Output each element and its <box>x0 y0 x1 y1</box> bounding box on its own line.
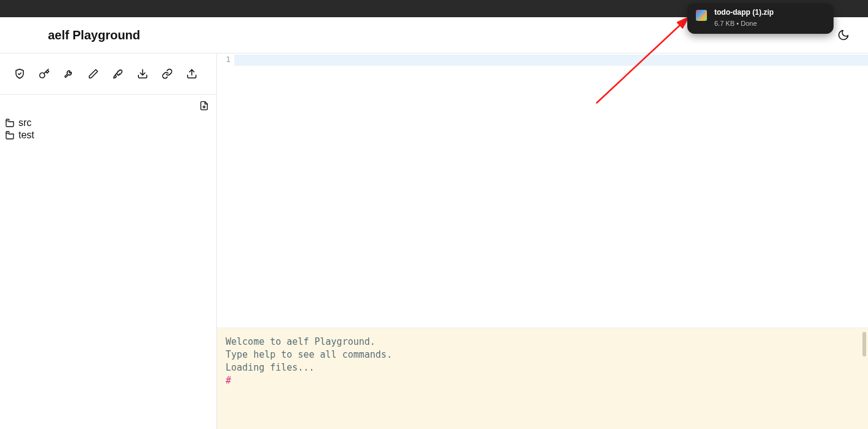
link-icon <box>162 68 173 79</box>
terminal-line: Loading files... <box>226 361 859 374</box>
moon-icon <box>837 29 850 41</box>
terminal-scrollbar[interactable] <box>862 332 866 356</box>
terminal-panel[interactable]: Welcome to aelf Playground. Type help to… <box>217 328 868 429</box>
line-number: 1 <box>217 55 231 64</box>
file-explorer: src test <box>0 95 216 429</box>
shield-icon <box>14 68 25 79</box>
active-line[interactable] <box>234 55 868 66</box>
terminal-line: Welcome to aelf Playground. <box>226 336 859 348</box>
rocket-button[interactable] <box>112 68 124 80</box>
key-icon <box>39 68 50 79</box>
terminal-line: Type help to see all commands. <box>226 348 859 361</box>
editor-column: 1 Welcome to aelf Playground. Type help … <box>217 53 868 429</box>
code-editor[interactable]: 1 <box>217 53 868 328</box>
download-filename: todo-dapp (1).zip <box>714 8 774 18</box>
sidebar-toolbar <box>0 53 216 95</box>
code-area[interactable] <box>234 53 868 328</box>
theme-toggle-button[interactable] <box>836 28 851 42</box>
download-text: todo-dapp (1).zip 6.7 KB • Done <box>714 8 774 28</box>
archive-icon <box>696 10 707 21</box>
wrench-button[interactable] <box>63 68 75 80</box>
shield-button[interactable] <box>14 68 26 80</box>
pencil-icon <box>88 68 99 79</box>
folder-label: src <box>18 117 31 128</box>
folder-src[interactable]: src <box>5 117 216 129</box>
download-notification[interactable]: todo-dapp (1).zip 6.7 KB • Done <box>687 3 834 34</box>
wrench-icon <box>63 68 74 79</box>
sidebar: src test <box>0 53 217 429</box>
upload-button[interactable] <box>186 68 198 80</box>
download-button[interactable] <box>136 68 149 80</box>
download-meta: 6.7 KB • Done <box>714 19 774 28</box>
folder-label: test <box>18 130 34 141</box>
download-icon <box>137 68 148 79</box>
key-button[interactable] <box>38 68 50 80</box>
link-button[interactable] <box>161 68 173 80</box>
file-plus-icon <box>199 101 209 111</box>
new-file-button[interactable] <box>198 100 210 112</box>
folder-icon <box>5 118 15 128</box>
folder-test[interactable]: test <box>5 129 216 141</box>
rocket-icon <box>112 68 124 79</box>
upload-icon <box>186 68 197 79</box>
folder-icon <box>5 130 15 140</box>
editor-gutter: 1 <box>217 53 234 328</box>
main-area: src test 1 Welcome to aelf Playground. T… <box>0 53 868 429</box>
file-tree: src test <box>0 117 216 141</box>
app-title: aelf Playground <box>48 28 140 42</box>
pencil-button[interactable] <box>87 68 100 80</box>
terminal-prompt[interactable]: # <box>226 374 859 387</box>
